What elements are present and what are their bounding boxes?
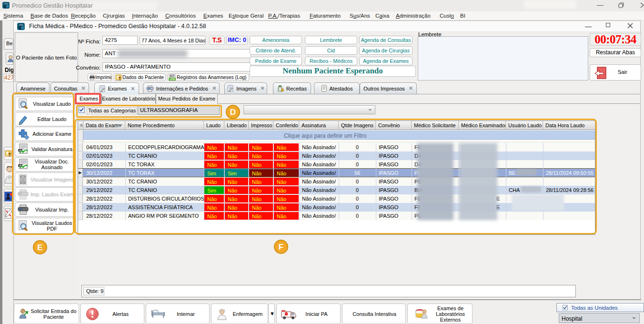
svg-text:LOG: LOG <box>170 78 175 81</box>
svg-text:ACT: ACT <box>170 74 174 77</box>
